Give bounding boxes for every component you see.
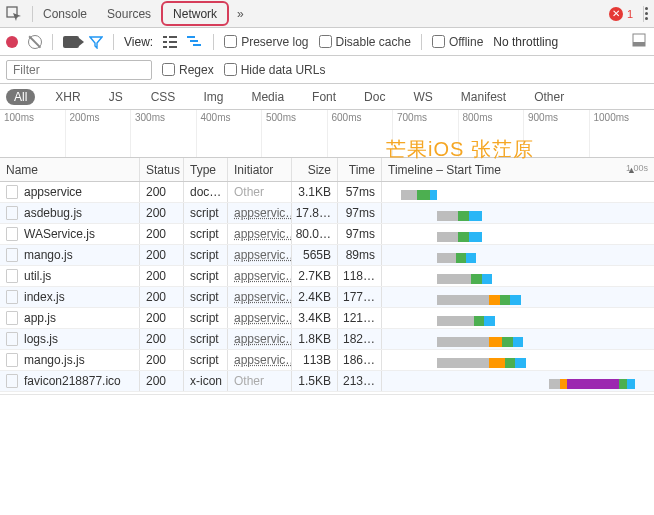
hide-data-urls-checkbox[interactable]: Hide data URLs bbox=[224, 63, 326, 77]
drawer-toggle-icon[interactable] bbox=[632, 33, 648, 50]
table-row[interactable]: app.js200scriptappservic…3.4KB121… bbox=[0, 308, 654, 329]
table-row[interactable]: logs.js200scriptappservic…1.8KB182… bbox=[0, 329, 654, 350]
status-cell: 200 bbox=[140, 371, 184, 391]
error-indicator[interactable]: ✕ 1 bbox=[609, 7, 633, 21]
overview-tick: 900ms bbox=[523, 110, 589, 157]
table-row[interactable]: appservice200doc…Other3.1KB57ms bbox=[0, 182, 654, 203]
initiator-link[interactable]: appservic… bbox=[234, 248, 292, 262]
type-filter-css[interactable]: CSS bbox=[143, 89, 184, 105]
type-cell: script bbox=[184, 224, 228, 244]
col-header-initiator[interactable]: Initiator bbox=[228, 158, 292, 181]
size-cell: 3.4KB bbox=[292, 308, 338, 328]
request-name: util.js bbox=[24, 269, 51, 283]
initiator-link[interactable]: appservic… bbox=[234, 290, 292, 304]
file-icon bbox=[6, 311, 18, 325]
regex-checkbox[interactable]: Regex bbox=[162, 63, 214, 77]
waterfall-view-button[interactable] bbox=[187, 36, 203, 48]
col-header-timeline[interactable]: Timeline – Start Time ▲ 1.00s bbox=[382, 158, 654, 181]
filter-toggle-button[interactable] bbox=[89, 35, 103, 49]
record-button[interactable] bbox=[6, 36, 18, 48]
tab-sources[interactable]: Sources bbox=[97, 0, 161, 27]
disable-cache-checkbox[interactable]: Disable cache bbox=[319, 35, 411, 49]
initiator-link[interactable]: appservic… bbox=[234, 353, 292, 367]
offline-checkbox[interactable]: Offline bbox=[432, 35, 483, 49]
filter-bar: Regex Hide data URLs bbox=[0, 56, 654, 84]
type-filter-js[interactable]: JS bbox=[101, 89, 131, 105]
request-name: asdebug.js bbox=[24, 206, 82, 220]
time-cell: 97ms bbox=[338, 224, 382, 244]
svg-rect-1 bbox=[163, 36, 167, 38]
waterfall-cell bbox=[382, 371, 654, 391]
size-cell: 2.7KB bbox=[292, 266, 338, 286]
error-count: 1 bbox=[627, 8, 633, 20]
empty-area bbox=[0, 394, 654, 454]
waterfall-cell bbox=[382, 329, 654, 349]
col-header-size[interactable]: Size bbox=[292, 158, 338, 181]
initiator-link[interactable]: appservic… bbox=[234, 206, 292, 220]
table-row[interactable]: mango.js.js200scriptappservic…113B186… bbox=[0, 350, 654, 371]
table-row[interactable]: util.js200scriptappservic…2.7KB118… bbox=[0, 266, 654, 287]
devtools-tabs-bar: Console Sources Network » ✕ 1 bbox=[0, 0, 654, 28]
type-filter-img[interactable]: Img bbox=[195, 89, 231, 105]
overview-tick: 1000ms bbox=[589, 110, 655, 157]
type-filter-all[interactable]: All bbox=[6, 89, 35, 105]
tab-network[interactable]: Network bbox=[161, 1, 229, 26]
initiator-link[interactable]: appservic… bbox=[234, 311, 292, 325]
time-cell: 121… bbox=[338, 308, 382, 328]
table-row[interactable]: WAService.js200scriptappservic…80.0…97ms bbox=[0, 224, 654, 245]
file-icon bbox=[6, 185, 18, 199]
request-name: app.js bbox=[24, 311, 56, 325]
inspect-element-icon[interactable] bbox=[6, 6, 22, 22]
table-row[interactable]: index.js200scriptappservic…2.4KB177… bbox=[0, 287, 654, 308]
file-icon bbox=[6, 374, 18, 388]
waterfall-cell bbox=[382, 182, 654, 202]
initiator-cell: appservic… bbox=[228, 287, 292, 307]
initiator-link[interactable]: appservic… bbox=[234, 332, 292, 346]
col-header-time[interactable]: Time bbox=[338, 158, 382, 181]
initiator-link[interactable]: appservic… bbox=[234, 269, 292, 283]
type-filter-manifest[interactable]: Manifest bbox=[453, 89, 514, 105]
type-filter-media[interactable]: Media bbox=[243, 89, 292, 105]
clear-button[interactable] bbox=[28, 35, 42, 49]
waterfall-cell bbox=[382, 224, 654, 244]
waterfall-cell bbox=[382, 266, 654, 286]
file-icon bbox=[6, 206, 18, 220]
type-filter-font[interactable]: Font bbox=[304, 89, 344, 105]
type-filter-xhr[interactable]: XHR bbox=[47, 89, 88, 105]
throttling-select[interactable]: No throttling bbox=[493, 35, 558, 49]
type-filter-doc[interactable]: Doc bbox=[356, 89, 393, 105]
filter-input[interactable] bbox=[6, 60, 152, 80]
more-tabs-button[interactable]: » bbox=[229, 7, 252, 21]
timeline-overview[interactable]: 100ms200ms300ms400ms500ms600ms700ms800ms… bbox=[0, 110, 654, 158]
request-name: mango.js bbox=[24, 248, 73, 262]
initiator-cell: appservic… bbox=[228, 203, 292, 223]
table-row[interactable]: asdebug.js200scriptappservic…17.8…97ms bbox=[0, 203, 654, 224]
tab-console[interactable]: Console bbox=[33, 0, 97, 27]
capture-screenshots-button[interactable] bbox=[63, 36, 79, 48]
request-name: appservice bbox=[24, 185, 82, 199]
col-header-name[interactable]: Name bbox=[0, 158, 140, 181]
separator bbox=[52, 34, 53, 50]
table-row[interactable]: mango.js200scriptappservic…565B89ms bbox=[0, 245, 654, 266]
type-cell: script bbox=[184, 266, 228, 286]
file-icon bbox=[6, 227, 18, 241]
initiator-cell: appservic… bbox=[228, 224, 292, 244]
type-filter-ws[interactable]: WS bbox=[405, 89, 440, 105]
large-rows-button[interactable] bbox=[163, 36, 177, 48]
col-header-status[interactable]: Status bbox=[140, 158, 184, 181]
network-toolbar: View: Preserve log Disable cache Offline… bbox=[0, 28, 654, 56]
initiator-link[interactable]: appservic… bbox=[234, 227, 292, 241]
col-header-type[interactable]: Type bbox=[184, 158, 228, 181]
overview-tick: 700ms bbox=[392, 110, 458, 157]
svg-rect-6 bbox=[169, 46, 177, 48]
status-cell: 200 bbox=[140, 203, 184, 223]
table-row[interactable]: favicon218877.ico200x-iconOther1.5KB213… bbox=[0, 371, 654, 392]
request-table-body: appservice200doc…Other3.1KB57msasdebug.j… bbox=[0, 182, 654, 392]
type-filter-other[interactable]: Other bbox=[526, 89, 572, 105]
size-cell: 113B bbox=[292, 350, 338, 370]
file-icon bbox=[6, 353, 18, 367]
devtools-menu-button[interactable] bbox=[644, 7, 648, 20]
initiator-cell: Other bbox=[228, 371, 292, 391]
preserve-log-checkbox[interactable]: Preserve log bbox=[224, 35, 308, 49]
status-cell: 200 bbox=[140, 308, 184, 328]
